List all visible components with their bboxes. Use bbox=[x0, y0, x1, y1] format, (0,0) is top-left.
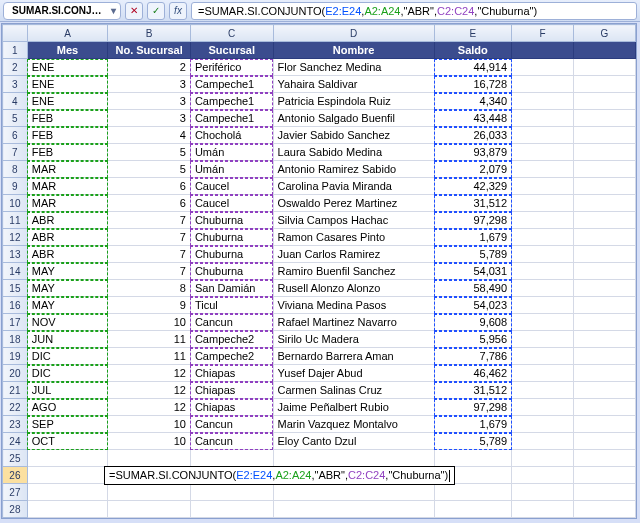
cell[interactable]: Patricia Espindola Ruiz bbox=[273, 93, 434, 110]
cell[interactable]: Rusell Alonzo Alonzo bbox=[273, 280, 434, 297]
cell[interactable]: 7,786 bbox=[434, 348, 511, 365]
cell[interactable] bbox=[512, 93, 574, 110]
cell[interactable] bbox=[512, 450, 574, 467]
cell[interactable]: Campeche1 bbox=[190, 110, 273, 127]
cell[interactable]: Cancun bbox=[190, 314, 273, 331]
select-all-corner[interactable] bbox=[3, 25, 28, 42]
cell[interactable] bbox=[574, 195, 636, 212]
cell[interactable]: Ticul bbox=[190, 297, 273, 314]
cell[interactable]: Oswaldo Perez Martinez bbox=[273, 195, 434, 212]
cell[interactable]: DIC bbox=[27, 365, 108, 382]
cell[interactable] bbox=[574, 450, 636, 467]
cell[interactable]: OCT bbox=[27, 433, 108, 450]
cell[interactable] bbox=[512, 280, 574, 297]
cell[interactable]: 2 bbox=[108, 59, 191, 76]
cell[interactable]: 42,329 bbox=[434, 178, 511, 195]
cell[interactable] bbox=[574, 42, 636, 59]
row-header[interactable]: 22 bbox=[3, 399, 28, 416]
row-header[interactable]: 19 bbox=[3, 348, 28, 365]
cell[interactable] bbox=[190, 450, 273, 467]
cell[interactable]: 11 bbox=[108, 348, 191, 365]
cell[interactable]: 6 bbox=[108, 178, 191, 195]
cell[interactable] bbox=[512, 433, 574, 450]
row-header[interactable]: 20 bbox=[3, 365, 28, 382]
cell[interactable]: Rafael Martinez Navarro bbox=[273, 314, 434, 331]
cell[interactable]: Ramon Casares Pinto bbox=[273, 229, 434, 246]
cell[interactable]: FEB bbox=[27, 127, 108, 144]
cell[interactable]: Juan Carlos Ramirez bbox=[273, 246, 434, 263]
cell[interactable] bbox=[512, 195, 574, 212]
cell[interactable]: ENE bbox=[27, 93, 108, 110]
header-cell[interactable]: No. Sucursal bbox=[108, 42, 191, 59]
cell[interactable]: Sirilo Uc Madera bbox=[273, 331, 434, 348]
cell[interactable] bbox=[512, 229, 574, 246]
cell[interactable]: Marin Vazquez Montalvo bbox=[273, 416, 434, 433]
row-header[interactable]: 25 bbox=[3, 450, 28, 467]
cell[interactable] bbox=[574, 212, 636, 229]
cell[interactable] bbox=[512, 416, 574, 433]
cell[interactable]: 54,031 bbox=[434, 263, 511, 280]
cell[interactable] bbox=[512, 365, 574, 382]
cell[interactable]: 1,679 bbox=[434, 229, 511, 246]
row-header[interactable]: 6 bbox=[3, 127, 28, 144]
cell[interactable]: Viviana Medina Pasos bbox=[273, 297, 434, 314]
cell[interactable] bbox=[273, 484, 434, 501]
cell[interactable]: San Damián bbox=[190, 280, 273, 297]
enter-button[interactable]: ✓ bbox=[147, 2, 165, 20]
cell[interactable] bbox=[574, 161, 636, 178]
cell[interactable]: 12 bbox=[108, 382, 191, 399]
row-header[interactable]: 5 bbox=[3, 110, 28, 127]
cell[interactable] bbox=[574, 229, 636, 246]
cell[interactable]: Chiapas bbox=[190, 382, 273, 399]
cell[interactable]: 12 bbox=[108, 365, 191, 382]
cell[interactable]: 1,679 bbox=[434, 416, 511, 433]
cell[interactable]: 31,512 bbox=[434, 195, 511, 212]
cell[interactable] bbox=[512, 501, 574, 518]
cell[interactable] bbox=[574, 76, 636, 93]
row-header[interactable]: 9 bbox=[3, 178, 28, 195]
row-header[interactable]: 28 bbox=[3, 501, 28, 518]
cell[interactable] bbox=[512, 161, 574, 178]
cell[interactable] bbox=[574, 416, 636, 433]
row-header[interactable]: 7 bbox=[3, 144, 28, 161]
cell-editor[interactable]: =SUMAR.SI.CONJUNTO(E2:E24,A2:A24,"ABR",C… bbox=[104, 466, 455, 485]
cell[interactable] bbox=[512, 42, 574, 59]
cell[interactable]: ENE bbox=[27, 76, 108, 93]
cell[interactable] bbox=[574, 297, 636, 314]
cell[interactable]: Chuburna bbox=[190, 229, 273, 246]
cell[interactable]: Laura Sabido Medina bbox=[273, 144, 434, 161]
header-cell[interactable]: Mes bbox=[27, 42, 108, 59]
row-header[interactable]: 10 bbox=[3, 195, 28, 212]
cell[interactable]: MAR bbox=[27, 161, 108, 178]
cell[interactable]: 12 bbox=[108, 399, 191, 416]
col-header-a[interactable]: A bbox=[27, 25, 108, 42]
cell[interactable] bbox=[512, 348, 574, 365]
cell[interactable] bbox=[27, 450, 108, 467]
cancel-button[interactable]: ✕ bbox=[125, 2, 143, 20]
cell[interactable] bbox=[512, 484, 574, 501]
cell[interactable]: 3 bbox=[108, 93, 191, 110]
cell[interactable] bbox=[574, 127, 636, 144]
col-header-b[interactable]: B bbox=[108, 25, 191, 42]
cell[interactable] bbox=[512, 110, 574, 127]
cell[interactable]: FEB bbox=[27, 144, 108, 161]
cell[interactable]: 54,023 bbox=[434, 297, 511, 314]
cell[interactable]: Silvia Campos Hachac bbox=[273, 212, 434, 229]
cell[interactable] bbox=[574, 110, 636, 127]
cell[interactable] bbox=[273, 450, 434, 467]
cell[interactable] bbox=[574, 246, 636, 263]
cell[interactable] bbox=[512, 314, 574, 331]
cell[interactable]: Ramiro Buenfil Sanchez bbox=[273, 263, 434, 280]
cell[interactable] bbox=[574, 144, 636, 161]
cell[interactable] bbox=[574, 467, 636, 484]
row-header[interactable]: 12 bbox=[3, 229, 28, 246]
row-header[interactable]: 3 bbox=[3, 76, 28, 93]
cell[interactable] bbox=[574, 59, 636, 76]
cell[interactable]: 4 bbox=[108, 127, 191, 144]
cell[interactable]: MAR bbox=[27, 178, 108, 195]
row-header[interactable]: 16 bbox=[3, 297, 28, 314]
cell[interactable]: Campeche2 bbox=[190, 348, 273, 365]
cell[interactable]: ENE bbox=[27, 59, 108, 76]
header-cell[interactable]: Nombre bbox=[273, 42, 434, 59]
cell[interactable] bbox=[190, 501, 273, 518]
